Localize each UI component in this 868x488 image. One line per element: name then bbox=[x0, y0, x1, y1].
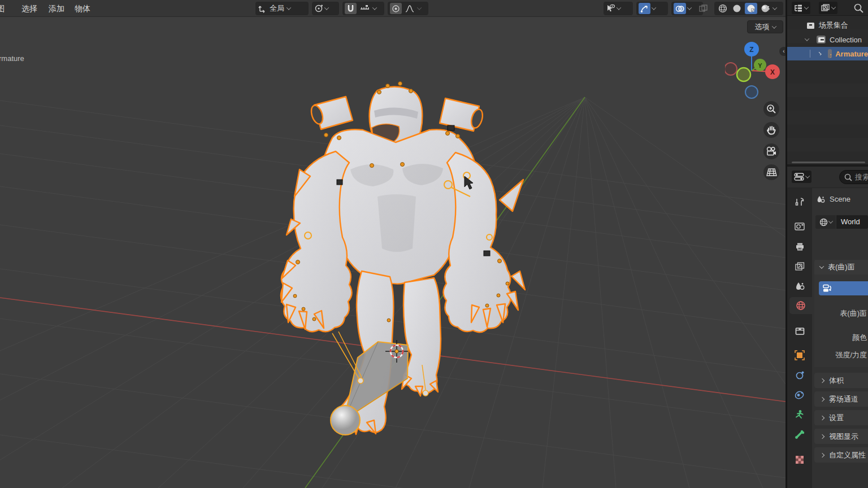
gizmos-toggle[interactable] bbox=[639, 3, 650, 14]
shoulder-cannon-right[interactable] bbox=[440, 98, 484, 131]
outliner-row-collection[interactable]: Collection bbox=[787, 33, 868, 46]
outliner-icon bbox=[794, 4, 803, 12]
outliner-header bbox=[787, 0, 868, 16]
gizmo-axis-neg-x[interactable] bbox=[725, 63, 737, 75]
chevron-down-icon bbox=[324, 5, 329, 10]
world-properties-panel: Scene World 表(曲)面 bbox=[812, 188, 868, 488]
outliner-editor-type-button[interactable] bbox=[792, 2, 810, 14]
menu-object[interactable]: 物体 bbox=[71, 0, 94, 17]
pivot-point-dropdown[interactable] bbox=[312, 2, 339, 15]
tab-render[interactable] bbox=[787, 217, 812, 234]
chevron-down-icon bbox=[805, 173, 810, 178]
tab-constraints[interactable] bbox=[787, 386, 812, 403]
armature-data-icon bbox=[795, 409, 805, 420]
chevron-down-icon bbox=[652, 5, 656, 10]
chevron-down-icon bbox=[687, 5, 692, 10]
options-dropdown[interactable]: 选项 bbox=[747, 20, 783, 33]
surface-panel-title: 表(曲)面 bbox=[828, 262, 855, 272]
collapse-chevron-icon[interactable] bbox=[805, 36, 809, 41]
menu-select-label: 选择 bbox=[21, 4, 37, 13]
chevron-down-icon bbox=[804, 5, 809, 9]
shading-group bbox=[714, 2, 783, 15]
tab-tool[interactable] bbox=[787, 194, 812, 211]
outliner-filter-button[interactable] bbox=[819, 2, 837, 14]
hand-icon bbox=[766, 125, 776, 135]
snap-target-button[interactable] bbox=[358, 3, 371, 14]
world-datablock-button[interactable] bbox=[815, 215, 836, 229]
viewport-3d[interactable]: 视图 选择 添加 物体 全局 bbox=[0, 0, 785, 488]
snap-magnet-icon bbox=[346, 5, 355, 13]
shoulder-cannon-left[interactable] bbox=[309, 97, 353, 129]
tab-view-layer[interactable] bbox=[787, 258, 812, 274]
chevron-down-icon bbox=[417, 5, 422, 10]
outliner-scrollbar[interactable] bbox=[792, 162, 865, 163]
proportional-editing-icon bbox=[392, 5, 400, 13]
tab-object-data[interactable] bbox=[787, 406, 812, 423]
xray-toggle[interactable] bbox=[696, 2, 713, 15]
collection-icon bbox=[806, 22, 815, 29]
shading-solid-button[interactable] bbox=[731, 3, 743, 14]
tab-output[interactable] bbox=[787, 238, 812, 255]
tool-icon bbox=[795, 197, 805, 207]
gizmos-group bbox=[636, 2, 668, 15]
tab-physics[interactable] bbox=[787, 367, 812, 384]
tab-texture[interactable] bbox=[787, 451, 812, 468]
toggle-ortho-button[interactable] bbox=[763, 164, 779, 180]
expand-chevron-icon[interactable] bbox=[818, 52, 822, 55]
tab-scene[interactable] bbox=[787, 277, 812, 294]
viewport-info-text: rmature bbox=[0, 54, 24, 63]
properties-search-field[interactable]: 搜索 bbox=[839, 170, 868, 184]
sidebar-toggle-arrow[interactable]: ‹ bbox=[779, 47, 785, 56]
shading-material-button[interactable] bbox=[745, 3, 757, 14]
menu-add[interactable]: 添加 bbox=[45, 0, 68, 17]
shading-wireframe-button[interactable] bbox=[717, 3, 729, 14]
panel-mist-pass[interactable]: 雾场通道 bbox=[814, 391, 868, 407]
menu-select[interactable]: 选择 bbox=[18, 0, 41, 17]
surface-panel-header[interactable]: 表(曲)面 bbox=[814, 260, 868, 274]
navigation-gizmo[interactable]: Z Y X bbox=[725, 41, 784, 102]
panel-volume[interactable]: 体积 bbox=[814, 373, 868, 388]
panel-collapsed-icon bbox=[820, 452, 824, 457]
viewport-scene[interactable] bbox=[0, 0, 785, 488]
panel-custom-properties[interactable]: 自定义属性 bbox=[814, 447, 868, 463]
tab-bone[interactable] bbox=[787, 426, 812, 443]
proportional-edit-group bbox=[388, 2, 428, 15]
pan-button[interactable] bbox=[763, 122, 779, 138]
armature-object-icon bbox=[828, 49, 832, 58]
properties-header: 搜索 bbox=[787, 167, 868, 188]
display-mode-icon bbox=[821, 4, 830, 12]
snap-group bbox=[342, 2, 384, 15]
zoom-button[interactable] bbox=[763, 101, 779, 117]
panel-viewport-display[interactable]: 视图显示 bbox=[814, 429, 868, 444]
camera-view-button[interactable] bbox=[763, 143, 779, 159]
collection-icon bbox=[817, 36, 826, 43]
outliner-row-armature[interactable]: Armature bbox=[787, 47, 868, 60]
outliner-row-scene-collection[interactable]: 场景集合 bbox=[787, 19, 868, 32]
monster-arm-left[interactable] bbox=[281, 151, 352, 332]
gizmo-axis-neg-z[interactable] bbox=[745, 86, 758, 98]
proportional-editing-toggle[interactable] bbox=[390, 3, 402, 14]
snap-magnet-toggle[interactable] bbox=[345, 3, 357, 14]
gizmo-axis-neg-y[interactable] bbox=[737, 68, 750, 81]
menu-view[interactable]: 视图 bbox=[0, 0, 8, 17]
show-gizmo-dropdown[interactable] bbox=[604, 2, 633, 15]
scene-collection-label: 场景集合 bbox=[819, 20, 848, 30]
xray-icon bbox=[698, 4, 708, 13]
properties-editor-type-button[interactable] bbox=[792, 171, 811, 183]
shading-rendered-icon bbox=[761, 4, 770, 13]
overlays-toggle[interactable] bbox=[674, 3, 686, 14]
properties-icon bbox=[794, 173, 804, 181]
menu-add-label: 添加 bbox=[49, 4, 64, 13]
surface-field-label: 表(曲)面 bbox=[799, 308, 867, 319]
falloff-curve-button[interactable] bbox=[403, 3, 416, 14]
outliner-search-icon[interactable] bbox=[854, 3, 864, 14]
shading-rendered-button[interactable] bbox=[759, 3, 771, 14]
panel-settings[interactable]: 设置 bbox=[814, 410, 868, 425]
shading-solid-icon bbox=[732, 4, 741, 13]
world-name-field[interactable]: World bbox=[836, 215, 868, 229]
panel-mist-pass-label: 雾场通道 bbox=[829, 394, 858, 404]
use-nodes-button[interactable] bbox=[819, 281, 868, 295]
bone-ball[interactable] bbox=[331, 406, 360, 435]
outliner-row-stripe bbox=[787, 111, 868, 124]
transform-orientation-dropdown[interactable]: 全局 bbox=[255, 2, 309, 15]
